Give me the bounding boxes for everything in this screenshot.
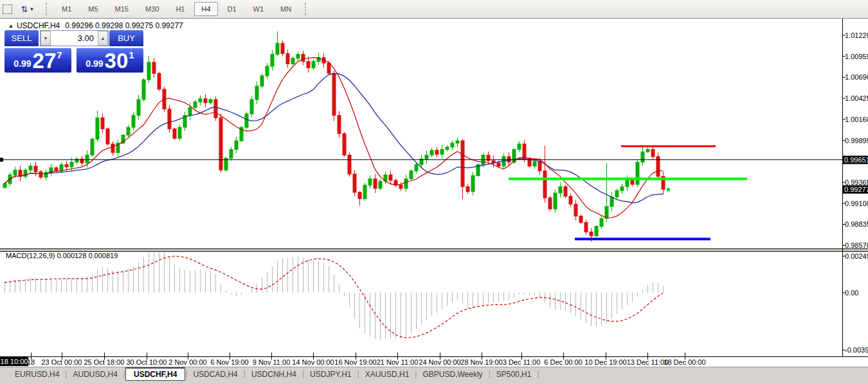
timeframe-button-m30[interactable]: M30 <box>138 2 166 16</box>
volume-stepper: ▼ ▲ <box>40 30 109 46</box>
terminal-window: ⇅ ▼ M1M5M15M30H1H4D1W1MN ▲USDCHF,H40.992… <box>0 0 868 384</box>
price-axis-label: 0.99100 <box>845 200 868 207</box>
timeframe-button-h1[interactable]: H1 <box>168 2 192 16</box>
price-axis-label: 0.98570 <box>845 241 868 249</box>
selection-tool-icon[interactable] <box>2 4 13 15</box>
time-axis-label: 10 Dec 19:00 <box>584 358 626 366</box>
chart-title: ▲USDCHF,H40.99296 0.99298 0.99275 0.9927… <box>8 21 183 30</box>
macd-axis-label: 0.00 <box>845 289 858 297</box>
time-axis-label: 14 Nov 00:00 <box>292 358 334 366</box>
ohlc-values: 0.99296 0.99298 0.99275 0.99277 <box>65 21 183 30</box>
chart-tab-xauusd[interactable]: XAUUSD,H1 <box>359 368 415 380</box>
chart-tab-usdcad[interactable]: USDCAD,H4 <box>187 368 243 380</box>
toolbar-grip <box>305 3 309 15</box>
macd-indicator-label: MACD(12,26,9) 0.000128 0.000819 <box>6 252 118 259</box>
macd-axis-label: -0.003913 <box>845 346 868 354</box>
price-axis-label: 1.00425 <box>845 94 868 102</box>
volume-decrease-button[interactable]: ▼ <box>41 31 51 46</box>
chart-tab-audusd[interactable]: AUDUSD,H4 <box>67 368 123 380</box>
price-axis-tag: 0.99651 <box>843 156 868 164</box>
buy-price-button[interactable]: 0.99301 <box>77 48 143 73</box>
timeframe-button-d1[interactable]: D1 <box>221 2 244 16</box>
sort-arrows-icon: ⇅ <box>21 5 28 13</box>
time-axis-label: 25 Oct 18:00 <box>84 358 125 366</box>
buy-button[interactable]: BUY <box>109 30 143 46</box>
timeframe-button-m1[interactable]: M1 <box>55 2 78 16</box>
time-axis-label: 9 Nov 11:00 <box>253 358 291 366</box>
chart-tab-gbpusd[interactable]: GBPUSD,Weekly <box>417 368 488 380</box>
chart-tab-sp500[interactable]: SP500,H1 <box>491 368 538 380</box>
collapse-arrow-icon[interactable]: ▲ <box>8 23 14 29</box>
timeframe-toolbar: M1M5M15M30H1H4D1W1MN <box>53 2 300 16</box>
macd-histogram <box>5 252 664 340</box>
time-axis-label: 21 Nov 11:00 <box>377 358 419 366</box>
bid-line-left-tag <box>0 158 3 162</box>
time-axis-label: 30 Oct 10:00 <box>127 358 167 366</box>
sell-price-main: 27 <box>33 50 57 71</box>
timeframe-button-h4[interactable]: H4 <box>194 2 217 16</box>
price-axis-tag: 0.99277 <box>843 186 868 194</box>
price-axis-label: 1.01220 <box>845 31 868 39</box>
chart-tab-usdchf[interactable]: USDCHF,H4 <box>125 367 185 381</box>
timeframe-button-w1[interactable]: W1 <box>246 2 271 16</box>
time-axis-label: 6 Dec 00:00 <box>544 358 582 366</box>
sell-price-prefix: 0.99 <box>14 58 31 69</box>
sell-button[interactable]: SELL <box>5 30 39 46</box>
timeframe-button-m15[interactable]: M15 <box>108 2 136 16</box>
symbol-label: USDCHF,H4 <box>17 21 60 30</box>
buy-price-prefix: 0.99 <box>86 58 103 69</box>
one-click-trade-panel: SELL ▼ ▲ BUY 0.99277 0.99301 <box>5 30 143 73</box>
time-axis-label: 23 Oct 00:00 <box>42 358 82 366</box>
buy-price-sup: 1 <box>129 49 134 60</box>
time-axis-label: 6 Nov 19:00 <box>210 358 248 366</box>
timeframe-button-mn[interactable]: MN <box>273 2 298 16</box>
chevron-down-icon: ▼ <box>29 6 34 12</box>
sell-price-button[interactable]: 0.99277 <box>5 48 71 73</box>
tab-separator: | <box>537 369 539 378</box>
time-axis-label: 16 Nov 19:00 <box>334 358 376 366</box>
time-axis-label: 3 Dec 11:00 <box>503 358 541 366</box>
macd-signal-line <box>5 256 663 338</box>
price-axis-label: 1.00955 <box>845 53 868 60</box>
price-axis-label: 1.00160 <box>845 116 868 123</box>
arrange-charts-icon[interactable]: ⇅ ▼ <box>17 4 39 15</box>
time-axis-label: 28 Nov 19:00 <box>460 358 502 366</box>
time-axis-label: 18 Dec 00:00 <box>664 358 705 366</box>
time-axis-label: 2 Nov 00:00 <box>168 358 206 366</box>
main-toolbar: ⇅ ▼ M1M5M15M30H1H4D1W1MN <box>0 0 868 19</box>
pane-divider[interactable] <box>0 249 868 251</box>
price-axis-label: 0.98835 <box>845 220 868 228</box>
last-price-marker <box>667 188 670 191</box>
sell-price-sup: 7 <box>57 49 62 60</box>
toolbar-grip <box>46 3 50 15</box>
price-axis-label: 0.99895 <box>845 137 868 144</box>
chart-tab-usdcnh[interactable]: USDCNH,H4 <box>246 368 302 380</box>
timeframe-button-m5[interactable]: M5 <box>81 2 105 16</box>
chart-tabs-bar: EURUSD,H4|AUDUSD,H4|USDCHF,H4|USDCAD,H4|… <box>0 367 868 384</box>
chart-tab-eurusd[interactable]: EURUSD,H4 <box>9 368 65 380</box>
chart-tab-usdjpy[interactable]: USDJPY,H1 <box>304 368 357 380</box>
macd-axis-label: 0.002492 <box>845 252 868 260</box>
volume-increase-button[interactable]: ▲ <box>98 31 108 46</box>
buy-price-main: 30 <box>105 50 129 71</box>
time-axis-label: 13 Dec 11:00 <box>627 358 669 366</box>
time-axis-label: 24 Nov 00:00 <box>419 358 460 366</box>
volume-input[interactable] <box>51 31 98 46</box>
time-axis-highlight-tag: 18 10:00 <box>0 357 28 366</box>
price-axis-label: 1.00690 <box>845 73 868 81</box>
